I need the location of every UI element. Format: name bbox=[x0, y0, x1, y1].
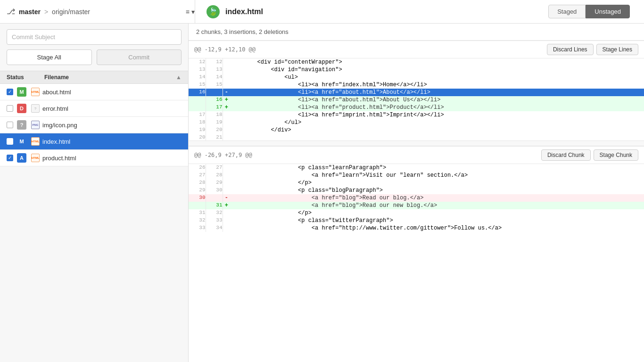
file-list: MHTMLabout.htmlD?error.html?PNGimg/icon.… bbox=[0, 84, 188, 362]
diff-line: 1414 <ul> bbox=[189, 74, 644, 81]
commit-area: Stage All Commit bbox=[0, 24, 188, 71]
stage-button[interactable]: Stage Lines bbox=[596, 44, 638, 55]
new-line-num: 32 bbox=[206, 209, 223, 217]
branch-separator: > bbox=[44, 8, 48, 16]
line-code: </ul> bbox=[230, 119, 644, 126]
old-line-num: 28 bbox=[189, 179, 206, 187]
old-line-num: 29 bbox=[189, 187, 206, 194]
new-line-num: 19 bbox=[206, 119, 223, 126]
old-line-num: 31 bbox=[189, 209, 206, 217]
line-marker: + bbox=[223, 104, 230, 111]
chunk-info: @@ -12,9 +12,10 @@ bbox=[194, 46, 256, 53]
commit-button[interactable]: Commit bbox=[97, 49, 182, 65]
file-badge: ? bbox=[17, 120, 31, 130]
line-code: </div> bbox=[230, 126, 644, 134]
new-line-num: 30 bbox=[206, 187, 223, 194]
file-checkbox[interactable] bbox=[7, 138, 17, 145]
file-row[interactable]: ?PNGimg/icon.png bbox=[0, 117, 188, 133]
discard-button[interactable]: Discard Chunk bbox=[541, 149, 591, 161]
old-line-num: 30 bbox=[189, 194, 206, 202]
old-line-num: 32 bbox=[189, 217, 206, 224]
file-row[interactable]: AHTMLproduct.html bbox=[0, 150, 188, 166]
old-line-num: 18 bbox=[189, 119, 206, 126]
file-row[interactable]: MHTMLabout.html bbox=[0, 84, 188, 100]
diff-line: 3233 <p class="twitterParagraph"> bbox=[189, 217, 644, 224]
new-line-num: 20 bbox=[206, 126, 223, 134]
new-line-num: 21 bbox=[206, 134, 223, 140]
top-bar: ⎇ master > origin/master ≡ ▾ 🍃 index.htm… bbox=[0, 0, 644, 24]
line-code: <a href="blog">Read our new blog.</a> bbox=[230, 202, 644, 209]
old-line-num: 20 bbox=[189, 134, 206, 140]
chunk-actions: Discard LinesStage Lines bbox=[547, 44, 638, 55]
sort-icon[interactable]: ▲ bbox=[176, 74, 182, 81]
line-marker bbox=[223, 134, 230, 140]
diff-line: 17+ <li><a href="product.html">Product</… bbox=[189, 104, 644, 111]
file-type-icon: PNG bbox=[31, 121, 42, 129]
line-marker: - bbox=[223, 194, 230, 202]
file-checkbox[interactable] bbox=[7, 122, 17, 128]
file-row[interactable]: D?error.html bbox=[0, 100, 188, 117]
line-marker bbox=[223, 58, 230, 66]
diff-stats: 2 chunks, 3 insertions, 2 deletions bbox=[189, 24, 644, 41]
hamburger-icon: ≡ bbox=[186, 8, 190, 16]
unstaged-tab[interactable]: Unstaged bbox=[586, 5, 630, 18]
filename-text: about.html bbox=[42, 89, 182, 96]
new-line-num: 13 bbox=[206, 66, 223, 74]
filename-column-header: Filename bbox=[44, 74, 176, 81]
line-marker bbox=[223, 126, 230, 134]
line-marker bbox=[223, 74, 230, 81]
chunk-actions: Discard ChunkStage Chunk bbox=[541, 149, 638, 161]
file-header: 🍃 index.html Staged Unstaged bbox=[199, 5, 637, 18]
line-code: <li><a href="index.html">Home</a></li> bbox=[230, 81, 644, 89]
new-line-num bbox=[206, 89, 223, 96]
diff-content: @@ -12,9 +12,10 @@Discard LinesStage Lin… bbox=[189, 41, 644, 362]
new-line-num: 34 bbox=[206, 224, 223, 232]
filename-text: index.html bbox=[42, 138, 182, 145]
new-line-num: 12 bbox=[206, 58, 223, 66]
line-code: <div id="navigation"> bbox=[230, 66, 644, 74]
discard-button[interactable]: Discard Lines bbox=[547, 44, 594, 55]
commit-subject-input[interactable] bbox=[7, 29, 182, 45]
new-line-num: 27 bbox=[206, 164, 223, 172]
stage-button[interactable]: Stage Chunk bbox=[594, 149, 638, 161]
stage-all-button[interactable]: Stage All bbox=[7, 49, 92, 65]
diff-line: 1920 </div> bbox=[189, 126, 644, 134]
old-line-num: 16 bbox=[189, 89, 206, 96]
filename-text: img/icon.png bbox=[42, 122, 182, 129]
diff-line: 1718 <li><a href="imprint.html">Imprint<… bbox=[189, 111, 644, 119]
old-line-num: 13 bbox=[189, 66, 206, 74]
file-checkbox[interactable] bbox=[7, 155, 17, 161]
new-line-num: 28 bbox=[206, 172, 223, 179]
line-marker bbox=[223, 217, 230, 224]
diff-line: 31+ <a href="blog">Read our new blog.</a… bbox=[189, 202, 644, 209]
diff-line: 30- <a href="blog">Read our blog.</a> bbox=[189, 194, 644, 202]
file-checkbox[interactable] bbox=[7, 105, 17, 112]
new-line-num: 31 bbox=[206, 202, 223, 209]
line-code: <li><a href="imprint.html">Imprint</a></… bbox=[230, 111, 644, 119]
line-marker bbox=[223, 119, 230, 126]
file-row[interactable]: MHTMLindex.html bbox=[0, 133, 188, 150]
origin-name: origin/master bbox=[52, 8, 90, 16]
diff-line: 1819 </ul> bbox=[189, 119, 644, 126]
line-marker: - bbox=[223, 89, 230, 96]
branch-name: master bbox=[19, 8, 41, 16]
file-type-icon: HTML bbox=[31, 154, 42, 162]
menu-button[interactable]: ≡ ▾ bbox=[186, 8, 195, 16]
diff-separator bbox=[189, 140, 644, 146]
diff-line: 1212 <div id="contentWrapper"> bbox=[189, 58, 644, 66]
line-code bbox=[230, 134, 644, 140]
file-checkbox[interactable] bbox=[7, 89, 17, 95]
old-line-num: 17 bbox=[189, 111, 206, 119]
file-list-header: Status Filename ▲ bbox=[0, 71, 188, 84]
diff-line: 2021 bbox=[189, 134, 644, 140]
line-marker: + bbox=[223, 96, 230, 104]
line-code: <p class="twitterParagraph"> bbox=[230, 217, 644, 224]
line-marker bbox=[223, 111, 230, 119]
status-column-header: Status bbox=[7, 74, 44, 81]
staged-tab[interactable]: Staged bbox=[548, 5, 586, 18]
main-layout: Stage All Commit Status Filename ▲ MHTML… bbox=[0, 24, 644, 362]
diff-table: 1212 <div id="contentWrapper">1313 <div … bbox=[189, 58, 644, 140]
new-line-num: 17 bbox=[206, 104, 223, 111]
line-code: <div id="contentWrapper"> bbox=[230, 58, 644, 66]
line-code: <a href="blog">Read our blog.</a> bbox=[230, 194, 644, 202]
